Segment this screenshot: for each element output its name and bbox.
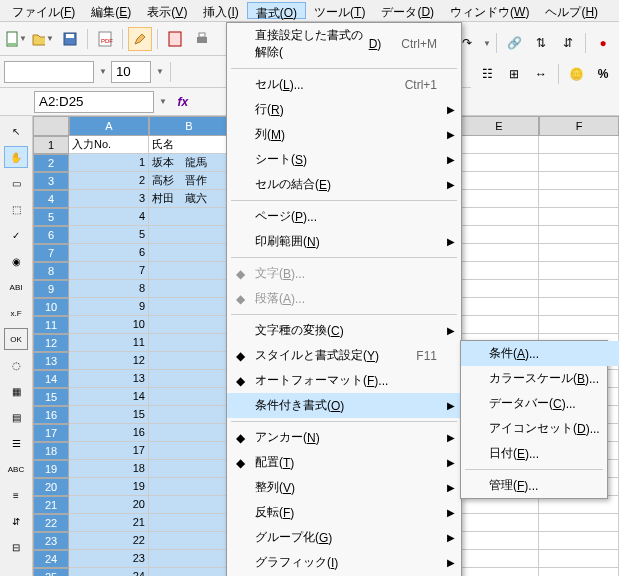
cell[interactable]: 6 — [69, 244, 149, 262]
cell[interactable]: 20 — [69, 496, 149, 514]
cell[interactable] — [539, 244, 619, 262]
cell[interactable] — [539, 208, 619, 226]
cell[interactable]: 15 — [69, 406, 149, 424]
cell[interactable]: 入力No. — [69, 136, 149, 154]
cell[interactable] — [459, 190, 539, 208]
tool-circle[interactable]: ◌ — [4, 354, 28, 376]
row-head[interactable]: 19 — [33, 460, 69, 478]
cell[interactable] — [149, 460, 229, 478]
row-head[interactable]: 13 — [33, 352, 69, 370]
tool-grid1[interactable]: ▦ — [4, 380, 28, 402]
tool-6[interactable]: ◉ — [4, 250, 28, 272]
menu-h[interactable]: ヘルプ(H) — [537, 2, 606, 19]
cell[interactable]: 8 — [69, 280, 149, 298]
cell[interactable] — [459, 208, 539, 226]
cell[interactable] — [459, 298, 539, 316]
cell[interactable] — [149, 496, 229, 514]
open-button[interactable]: ▼ — [31, 27, 55, 51]
cell[interactable] — [459, 172, 539, 190]
cell[interactable]: 村田 蔵六 — [149, 190, 229, 208]
cell[interactable] — [459, 532, 539, 550]
cell[interactable]: 5 — [69, 226, 149, 244]
menu-item-f[interactable]: 反転(F)▶ — [227, 500, 461, 525]
menu-i[interactable]: 挿入(I) — [195, 2, 246, 19]
cell[interactable]: 11 — [69, 334, 149, 352]
rt-btn5[interactable]: ● — [591, 31, 615, 55]
row-head[interactable]: 7 — [33, 244, 69, 262]
cell[interactable]: 7 — [69, 262, 149, 280]
cell[interactable] — [539, 298, 619, 316]
cell[interactable]: 23 — [69, 550, 149, 568]
row-head[interactable]: 10 — [33, 298, 69, 316]
row-head[interactable]: 9 — [33, 280, 69, 298]
menu-item-d[interactable]: アイコンセット(D)... — [461, 416, 619, 441]
row-head[interactable]: 18 — [33, 442, 69, 460]
cell[interactable] — [149, 370, 229, 388]
row-head[interactable]: 17 — [33, 424, 69, 442]
menu-item-c[interactable]: データバー(C)... — [461, 391, 619, 416]
new-doc-button[interactable]: ▼ — [4, 27, 28, 51]
cell[interactable]: 4 — [69, 208, 149, 226]
menu-item-c[interactable]: 文字種の変換(C)▶ — [227, 318, 461, 343]
row-head[interactable]: 16 — [33, 406, 69, 424]
row-head[interactable]: 1 — [33, 136, 69, 154]
col-head-B[interactable]: B — [149, 116, 229, 136]
tool-abc[interactable]: ABC — [4, 458, 28, 480]
rt-btn3[interactable]: ⇅ — [529, 31, 553, 55]
menu-item-s[interactable]: シート(S)▶ — [227, 147, 461, 172]
menu-item-f[interactable]: 管理(F)... — [461, 473, 619, 498]
cell[interactable] — [149, 316, 229, 334]
menu-item-e[interactable]: 日付(E)... — [461, 441, 619, 466]
menu-item-i[interactable]: グラフィック(I)▶ — [227, 550, 461, 575]
cell[interactable]: 16 — [69, 424, 149, 442]
menu-item-p[interactable]: ページ(P)... — [227, 204, 461, 229]
rt2-btn4[interactable]: 🪙 — [564, 62, 588, 86]
cell[interactable] — [459, 136, 539, 154]
menu-item-n[interactable]: ◆アンカー(N)▶ — [227, 425, 461, 450]
cell[interactable] — [149, 352, 229, 370]
tool-slider[interactable]: ⊟ — [4, 536, 28, 558]
cell[interactable]: 氏名 — [149, 136, 229, 154]
row-head[interactable]: 11 — [33, 316, 69, 334]
save-button[interactable] — [58, 27, 82, 51]
cell[interactable] — [459, 244, 539, 262]
cell[interactable]: 12 — [69, 352, 149, 370]
row-head[interactable]: 20 — [33, 478, 69, 496]
menu-item-n[interactable]: 印刷範囲(N)▶ — [227, 229, 461, 254]
row-head[interactable]: 22 — [33, 514, 69, 532]
cell[interactable] — [459, 568, 539, 576]
cell[interactable] — [459, 280, 539, 298]
select-all-corner[interactable] — [33, 116, 69, 136]
cell[interactable] — [149, 514, 229, 532]
tool-4[interactable]: ⬚ — [4, 198, 28, 220]
export-pdf-button[interactable]: PDF — [93, 27, 117, 51]
menu-item-e[interactable]: セルの結合(E)▶ — [227, 172, 461, 197]
cell[interactable] — [539, 172, 619, 190]
row-head[interactable]: 4 — [33, 190, 69, 208]
cell[interactable] — [149, 262, 229, 280]
row-head[interactable]: 14 — [33, 370, 69, 388]
cell[interactable]: 14 — [69, 388, 149, 406]
row-head[interactable]: 5 — [33, 208, 69, 226]
menu-item-a[interactable]: 条件(A)... — [461, 341, 619, 366]
menu-item-y[interactable]: ◆スタイルと書式設定(Y)F11 — [227, 343, 461, 368]
cell[interactable]: 2 — [69, 172, 149, 190]
cell[interactable] — [149, 388, 229, 406]
tool-ok[interactable]: OK — [4, 328, 28, 350]
cell[interactable] — [149, 532, 229, 550]
menu-item-d[interactable]: 直接設定した書式の解除(D)Ctrl+M — [227, 23, 461, 65]
cell[interactable]: 22 — [69, 532, 149, 550]
menu-item-o[interactable]: 条件付き書式(O)▶ — [227, 393, 461, 418]
rt-btn4[interactable]: ⇵ — [556, 31, 580, 55]
col-head-F[interactable]: F — [539, 116, 619, 136]
tool-5[interactable]: ✓ — [4, 224, 28, 246]
cell[interactable]: 13 — [69, 370, 149, 388]
fx-button[interactable]: fx — [171, 90, 195, 114]
menu-v[interactable]: 表示(V) — [139, 2, 195, 19]
row-head[interactable]: 23 — [33, 532, 69, 550]
cell[interactable] — [149, 334, 229, 352]
menu-item-g[interactable]: グループ化(G)▶ — [227, 525, 461, 550]
cell[interactable] — [459, 316, 539, 334]
cell[interactable]: 17 — [69, 442, 149, 460]
cell[interactable] — [539, 550, 619, 568]
